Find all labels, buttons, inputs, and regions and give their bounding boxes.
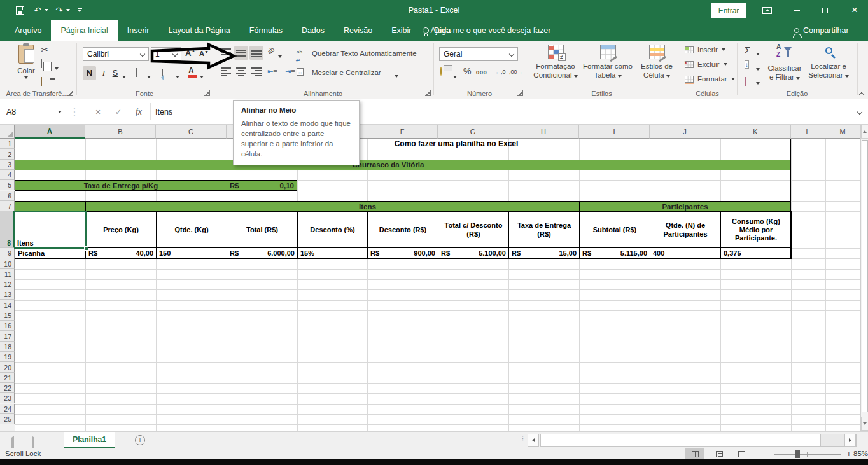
scroll-down-icon[interactable] xyxy=(861,417,868,431)
format-as-table-button[interactable]: Formatar como Tabela xyxy=(580,45,635,80)
restore-button[interactable] xyxy=(814,0,836,20)
copy-dropdown-icon[interactable] xyxy=(55,64,59,71)
row-header-15[interactable]: 15 xyxy=(0,310,15,321)
ribbon-display-options-icon[interactable] xyxy=(756,0,778,20)
cut-icon[interactable]: ✂ xyxy=(41,45,48,55)
horizontal-scrollbar-thumb[interactable] xyxy=(540,434,821,447)
merge-center-icon[interactable]: ↔ xyxy=(297,67,304,76)
row-header-7[interactable]: 7 xyxy=(0,201,15,211)
format-cells-button[interactable]: Formatar xyxy=(685,75,735,83)
tab-formulas[interactable]: Fórmulas xyxy=(240,20,292,41)
header-cell-G8[interactable]: Total c/ Desconto (R$) xyxy=(438,211,509,249)
merge-center-label[interactable]: Mesclar e Centralizar xyxy=(312,69,381,76)
row-header-17[interactable]: 17 xyxy=(0,331,15,341)
orientation-icon[interactable]: ab xyxy=(266,46,276,56)
column-header-J[interactable]: J xyxy=(650,125,720,139)
tab-scroll-splitter[interactable]: ⋮ xyxy=(519,434,526,443)
row-header-13[interactable]: 13 xyxy=(0,289,15,300)
cell-G9[interactable]: R$5.100,00 xyxy=(438,247,509,259)
number-dialog-launcher-icon[interactable] xyxy=(517,90,523,96)
column-header-B[interactable]: B xyxy=(85,125,156,139)
alignment-dialog-launcher-icon[interactable] xyxy=(425,90,431,96)
hscroll-right-icon[interactable] xyxy=(844,434,856,447)
cell-A9[interactable]: Picanha xyxy=(15,247,86,259)
sign-in-button[interactable]: Entrar xyxy=(711,3,746,18)
underline-button[interactable]: S xyxy=(111,66,120,80)
delete-cells-button[interactable]: × Excluir xyxy=(685,60,727,68)
font-name-combo[interactable]: Calibri xyxy=(83,47,149,61)
zoom-out-button[interactable]: − xyxy=(762,449,767,459)
clear-dropdown-icon[interactable] xyxy=(756,78,760,86)
cell-C9[interactable]: 150 xyxy=(156,247,227,259)
bold-button[interactable]: N xyxy=(83,66,96,80)
header-cell-E8[interactable]: Desconto (%) xyxy=(297,211,368,249)
tab-pagina-inicial[interactable]: Página Inicial xyxy=(51,20,117,41)
undo-dropdown-icon[interactable] xyxy=(43,0,50,20)
align-middle-button[interactable] xyxy=(234,46,248,60)
sheet-tab-planilha1[interactable]: Planilha1 xyxy=(64,432,115,448)
underline-dropdown-icon[interactable] xyxy=(122,72,126,80)
borders-icon[interactable] xyxy=(136,69,137,76)
header-cell-B8[interactable]: Preço (Kg) xyxy=(85,211,157,249)
orientation-dropdown-icon[interactable] xyxy=(278,52,282,59)
align-center-button[interactable] xyxy=(234,65,248,79)
tab-dados[interactable]: Dados xyxy=(292,20,334,41)
row-header-8[interactable]: 8 xyxy=(0,211,15,248)
row-header-16[interactable]: 16 xyxy=(0,321,15,331)
autosum-dropdown-icon[interactable] xyxy=(756,49,760,57)
borders-dropdown-icon[interactable] xyxy=(147,72,151,80)
column-header-M[interactable]: M xyxy=(825,125,860,139)
name-box-dropdown-icon[interactable] xyxy=(55,99,65,124)
hscroll-left-icon[interactable] xyxy=(528,434,539,447)
cell-J9[interactable]: 400 xyxy=(650,247,721,259)
cell-K9[interactable]: 0,375 xyxy=(720,247,792,259)
percent-style-button[interactable]: % xyxy=(463,66,471,76)
align-bottom-button[interactable] xyxy=(249,46,263,60)
italic-button[interactable]: I xyxy=(99,66,108,80)
add-sheet-icon[interactable]: + xyxy=(135,435,145,445)
header-cell-D8[interactable]: Total (R$) xyxy=(227,211,298,249)
close-button[interactable]: × xyxy=(844,0,865,20)
column-header-L[interactable]: L xyxy=(791,125,825,139)
scroll-up-icon[interactable] xyxy=(861,125,868,139)
row-header-22[interactable]: 22 xyxy=(0,383,15,393)
row-header-3[interactable]: 3 xyxy=(0,160,15,170)
column-header-G[interactable]: G xyxy=(438,125,508,139)
wrap-text-label[interactable]: Quebrar Texto Automaticamente xyxy=(312,50,417,57)
conditional-formatting-button[interactable]: ≠ Formatação Condicional xyxy=(531,45,580,80)
number-format-combo[interactable]: Geral xyxy=(439,47,518,61)
formula-input[interactable]: Itens xyxy=(155,99,172,124)
expand-formula-bar-icon[interactable] xyxy=(854,99,865,124)
page-layout-view-icon[interactable] xyxy=(710,448,729,459)
row-header-10[interactable]: 10 xyxy=(0,258,15,268)
row-header-18[interactable]: 18 xyxy=(0,342,15,352)
row-header-25[interactable]: 25 xyxy=(0,414,15,424)
copy-icon[interactable] xyxy=(41,60,42,67)
cell-delivery-value[interactable]: R$ 0,10 xyxy=(227,180,297,191)
cell-F9[interactable]: R$900,00 xyxy=(367,247,438,259)
row-header-11[interactable]: 11 xyxy=(0,269,15,279)
cell-event-title-row3[interactable]: Churrasco da Vitória xyxy=(15,160,791,170)
accounting-dropdown-icon[interactable] xyxy=(453,72,457,80)
header-cell-I8[interactable]: Subtotal (R$) xyxy=(579,211,650,249)
header-cell-F8[interactable]: Desconto (R$) xyxy=(367,211,438,249)
increase-indent-icon[interactable]: ⇥≡ xyxy=(285,67,295,76)
cell-delivery-label[interactable]: Taxa de Entrega p/Kg xyxy=(15,180,227,191)
cell-I9[interactable]: R$5.115,00 xyxy=(579,247,650,259)
comma-style-button[interactable]: 000 xyxy=(476,69,487,76)
fill-color-icon[interactable] xyxy=(162,69,163,77)
decrease-decimal-icon[interactable]: ,00→ xyxy=(509,69,523,75)
sort-filter-button[interactable]: AZ Classificar e Filtrar xyxy=(765,43,804,82)
font-color-dropdown-icon[interactable] xyxy=(200,72,204,80)
zoom-slider-thumb[interactable] xyxy=(795,450,800,458)
header-cell-A8[interactable]: Itens xyxy=(15,211,86,249)
increase-decimal-icon[interactable]: ←,0 xyxy=(495,69,506,75)
cancel-icon[interactable]: × xyxy=(90,99,106,124)
row-header-4[interactable]: 4 xyxy=(0,170,15,180)
header-cell-C8[interactable]: Qtde. (Kg) xyxy=(156,211,227,249)
header-cell-H8[interactable]: Taxa de Entrega (R$) xyxy=(508,211,580,249)
fill-handle[interactable] xyxy=(84,246,88,251)
share-button[interactable]: Compartilhar xyxy=(794,20,849,41)
row-header-14[interactable]: 14 xyxy=(0,300,15,310)
undo-button[interactable]: ↶ xyxy=(31,0,45,20)
